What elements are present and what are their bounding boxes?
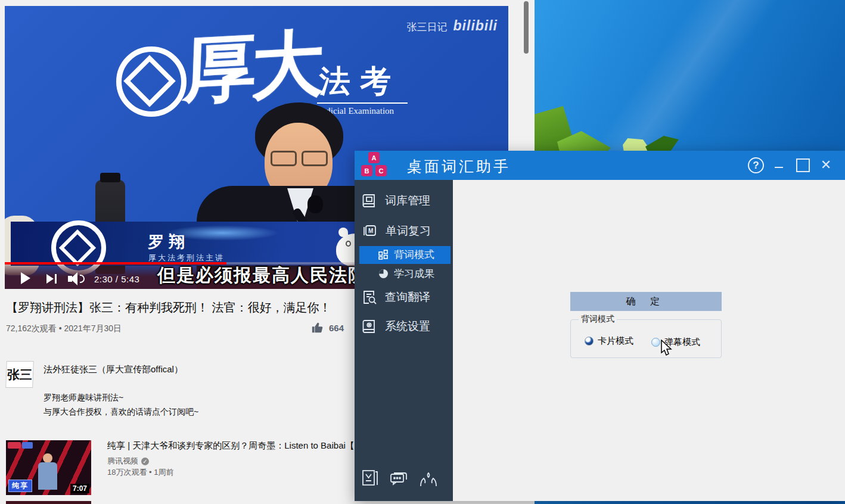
- app-logo-icon: B: [361, 165, 372, 176]
- thumbnail-mini-badge: [22, 442, 33, 449]
- bilibili-logo: bilibili: [453, 18, 498, 34]
- video-description-line: 与厚大合作授权，喜欢的话请点个订阅吧~: [44, 407, 198, 418]
- video-watermark: 张三日记 bilibili: [407, 18, 498, 34]
- sidebar-item-label: 单词复习: [386, 223, 431, 239]
- slide-underline: [317, 102, 408, 104]
- like-count: 664: [329, 323, 344, 333]
- grid-icon: [378, 250, 389, 260]
- sidebar-item-label: 查询翻译: [385, 290, 430, 305]
- svg-text:M: M: [368, 228, 373, 234]
- sidebar-item-word-review[interactable]: M 单词复习: [362, 223, 431, 239]
- uploader-watermark: 张三日记: [407, 20, 448, 34]
- related-channel-name: 腾讯视频: [107, 456, 138, 466]
- volume-icon[interactable]: [70, 272, 77, 285]
- radio-unselected-icon[interactable]: [651, 338, 660, 347]
- video-duration-badge: 7:07: [70, 484, 89, 493]
- app-sidebar: 词库管理 M 单词复习 背词模式: [355, 180, 453, 501]
- sidebar-item-wordbook[interactable]: 词库管理: [362, 193, 430, 209]
- pie-icon: [378, 269, 389, 279]
- video-meta: 72,162次观看 • 2021年7月30日: [6, 323, 122, 334]
- mouse-cursor: [660, 340, 673, 357]
- groupbox-label: 背词模式: [579, 314, 617, 325]
- radio-danmaku-mode[interactable]: 弹幕模式: [651, 337, 700, 348]
- sidebar-item-settings[interactable]: 系统设置: [362, 319, 430, 334]
- minimize-button[interactable]: [775, 167, 783, 168]
- progress-fill: [5, 262, 226, 265]
- thumbs-up-icon: [311, 321, 324, 334]
- video-description-line: 罗翔老师趣味讲刑法~: [44, 393, 123, 403]
- next-button[interactable]: [46, 274, 54, 284]
- sidebar-bottom-toolbar: [362, 469, 438, 487]
- vocab-assistant-window: A B C 桌面词汇助手 ? ✕ 词库管理: [355, 151, 845, 501]
- maximize-button[interactable]: [796, 158, 810, 172]
- radio-selected-icon[interactable]: [585, 337, 594, 346]
- sidebar-item-label: 学习成果: [394, 267, 434, 281]
- next-video-thumbnail-edge: [6, 501, 91, 504]
- mascot-cat-eye: [346, 241, 351, 247]
- app-title: 桌面词汇助手: [407, 157, 511, 176]
- close-button[interactable]: ✕: [819, 158, 832, 172]
- video-title: 【罗翔讲刑法】张三：有种判我死刑！ 法官：很好，满足你！: [6, 300, 364, 316]
- thumbnail-person: [38, 462, 57, 490]
- word-review-icon: M: [362, 223, 378, 239]
- related-video-thumbnail[interactable]: 纯享 7:07: [6, 440, 91, 495]
- thumbnail-corner-badge: 纯享: [8, 480, 32, 492]
- sidebar-item-label: 背词模式: [394, 248, 434, 262]
- thumbnail-mini-badge: [8, 442, 21, 449]
- presenter-name: 罗翔: [148, 231, 189, 253]
- radio-card-mode[interactable]: 卡片模式: [585, 335, 633, 347]
- confirm-button[interactable]: 确 定: [570, 292, 722, 311]
- help-button[interactable]: ?: [748, 157, 764, 173]
- feedback-chat-icon[interactable]: [389, 469, 408, 487]
- channel-avatar[interactable]: 张三: [5, 361, 34, 388]
- vocab-card-icon[interactable]: [362, 469, 378, 487]
- thumbnail-person: [43, 453, 52, 463]
- sidebar-item-translate[interactable]: 查询翻译: [362, 290, 430, 305]
- channel-name[interactable]: 法外狂徒张三（厚大宣传部offical）: [44, 364, 183, 375]
- next-button-bar[interactable]: [55, 274, 57, 284]
- screen: 张三日记 bilibili 厚大 法考 Judicial Examination: [0, 0, 845, 504]
- page-scrollbar[interactable]: [524, 1, 529, 54]
- settings-book-icon: [362, 319, 377, 334]
- slide-brand-sub: 法考: [319, 61, 400, 102]
- app-titlebar[interactable]: A B C 桌面词汇助手 ? ✕: [355, 151, 845, 180]
- related-video-channel[interactable]: 腾讯视频 ✓: [107, 456, 149, 466]
- care-hands-icon[interactable]: [419, 469, 438, 487]
- sidebar-item-learning-results[interactable]: 学习成果: [378, 267, 434, 281]
- like-button[interactable]: 664: [311, 321, 344, 334]
- radio-label: 卡片模式: [598, 335, 633, 347]
- presenter-glasses: [271, 151, 297, 166]
- play-button[interactable]: [21, 272, 30, 284]
- sidebar-item-recite-mode[interactable]: 背词模式: [378, 248, 434, 262]
- sidebar-item-label: 系统设置: [385, 319, 430, 334]
- bottle-cap: [100, 173, 120, 182]
- presenter-glasses: [302, 151, 328, 166]
- related-video-title[interactable]: 纯享 | 天津大爷和谈判专家的区别？周奇墨：Listen to Baibai【脱: [107, 440, 355, 452]
- sidebar-item-label: 词库管理: [385, 193, 430, 209]
- verified-icon: ✓: [141, 458, 149, 465]
- app-logo-icon: C: [375, 165, 387, 176]
- wordbook-icon: [362, 193, 377, 209]
- search-doc-icon: [362, 290, 377, 305]
- app-logo-icon: A: [368, 152, 380, 163]
- related-video-meta: 18万次观看 • 1周前: [107, 467, 173, 478]
- microphone-head: [307, 195, 323, 213]
- time-display: 2:30 / 5:43: [94, 274, 139, 284]
